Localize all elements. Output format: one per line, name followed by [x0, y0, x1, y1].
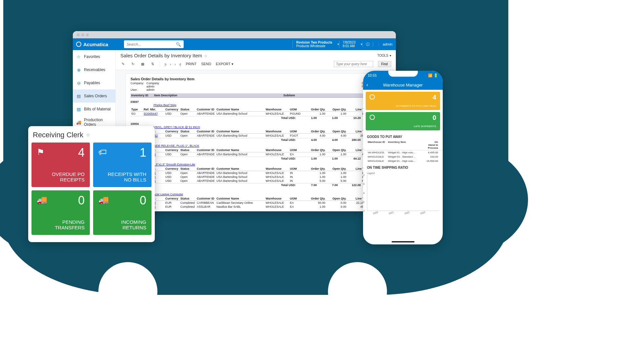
- grid-icon[interactable]: ▦: [140, 62, 145, 67]
- refresh-icon[interactable]: ↻: [130, 62, 135, 67]
- query-input[interactable]: [334, 61, 373, 67]
- window-dot[interactable]: [81, 33, 84, 36]
- tools-menu[interactable]: TOOLS ▾: [377, 54, 391, 57]
- filter-icon[interactable]: ⇅: [150, 62, 155, 67]
- next-page-icon[interactable]: ›: [174, 62, 176, 66]
- sidebar-item-payables[interactable]: ⊖Payables: [73, 76, 115, 89]
- clock: 10:55: [368, 73, 377, 77]
- report-row[interactable]: C005455USDOpenABARTENDEUSA Bartending Sc…: [131, 175, 381, 179]
- mobile-tile[interactable]: 0LATE SHIPMENTS: [366, 112, 440, 130]
- edit-icon[interactable]: ✎: [120, 62, 126, 67]
- home-indicator[interactable]: [392, 241, 415, 242]
- group-link[interactable]: SIDE RELEASE, PLUG 1", BLACK: [153, 144, 381, 147]
- truck-icon: 🚚: [76, 120, 81, 125]
- group-link[interactable]: Acer Laptop Computer: [153, 193, 381, 196]
- sidebar-item-sales-orders[interactable]: ▤Sales Orders: [73, 89, 115, 103]
- group-link[interactable]: VINYL, GREY / BLACK @ 51 INCH: [153, 125, 381, 129]
- table-row[interactable]: WHOLESALEWidget 01 - High volu...19,500.…: [363, 159, 443, 163]
- report-row[interactable]: SOSO005447USDOpenABARTENDEUSA Bartending…: [131, 112, 381, 116]
- chevron-down-icon: ▾: [390, 54, 391, 57]
- group-link[interactable]: 1.5"x1.5" Smooth Extrusion-Lite: [153, 163, 381, 166]
- report-row[interactable]: C005045EURCompletedASSLBARNautilus Bar S…: [131, 205, 381, 209]
- send-button[interactable]: SEND: [201, 62, 211, 66]
- first-page-icon[interactable]: |‹: [165, 62, 167, 66]
- main-content: Sales Order Details by Inventory Item☆ T…: [116, 50, 396, 211]
- col-header: OnHand toProcess: [423, 140, 439, 150]
- app-header: Acumatica 🔍 Revision Two Products Produc…: [73, 38, 396, 50]
- tile-label: SHIPMENTS TO PICK AND PACK: [396, 105, 436, 107]
- section-header: ON TIME SHIPPING RATIO: [363, 163, 443, 171]
- favorite-star-icon[interactable]: ☆: [204, 54, 208, 58]
- col-header: Inventory ID: [131, 93, 153, 97]
- brand[interactable]: Acumatica: [73, 42, 121, 47]
- report-row[interactable]: C005434USDOpenABARTENDEUSA Bartending Sc…: [131, 171, 381, 175]
- prev-page-icon[interactable]: ‹: [170, 62, 172, 66]
- tile-label: RECEIPTS WITHNO BILLS: [108, 171, 146, 183]
- tools-label: TOOLS: [377, 54, 388, 57]
- export-button[interactable]: EXPORT ▾: [216, 62, 234, 66]
- report-viewer: Sales Order Details by Inventory Item Co…: [116, 70, 396, 211]
- toolbar: ✎ ↻ ▦ ⇅ |‹ ‹ › ›| PRINT SEND EXPORT ▾: [116, 60, 396, 70]
- clock-icon: [370, 94, 375, 100]
- business-date[interactable]: 7/8/2023 8:01 AM: [339, 41, 359, 48]
- sidebar-item-bom[interactable]: ▧Bills of Material: [73, 103, 115, 116]
- window-dot[interactable]: [77, 33, 80, 36]
- value: Company: [147, 82, 162, 85]
- user-menu[interactable]: 👤 admin: [373, 42, 396, 47]
- widget-title: Receiving Clerk: [33, 131, 83, 139]
- favorite-star-icon[interactable]: ☆: [86, 132, 90, 138]
- plus-circle-icon: ⊕: [76, 67, 81, 72]
- print-button[interactable]: PRINT: [186, 62, 196, 66]
- chevron-down-icon[interactable]: ▾: [359, 43, 362, 46]
- sidebar-item-label: Receivables: [84, 67, 105, 72]
- report-row[interactable]: C005456USDOpenABARTENDEUSA Bartending Sc…: [131, 179, 381, 183]
- tile-count: 4: [78, 146, 85, 160]
- tenant-sub: Products Wholesale: [296, 44, 332, 48]
- tile-label: LATE SHIPMENTS: [414, 125, 436, 128]
- col-header: Inventory Item: [387, 140, 423, 150]
- group-link[interactable]: Phelps Beef Strip: [153, 104, 381, 107]
- table-row[interactable]: VA-WHOLESLWidget 01 - High volu...4,495.…: [363, 150, 443, 155]
- tenant-selector[interactable]: Revision Two Products Products Wholesale: [293, 41, 335, 48]
- time-line: 8:01 AM: [343, 44, 356, 48]
- tile-label: PENDINGTRANSFERS: [55, 219, 85, 231]
- tile-count: 0: [78, 194, 85, 207]
- sidebar-item-favorites[interactable]: ☆Favorites: [73, 50, 115, 63]
- sidebar-item-label: Favorites: [84, 54, 100, 59]
- col-header: Warehouse ID: [367, 140, 387, 150]
- clock-icon: [370, 115, 375, 120]
- dashboard-tile[interactable]: 🚚0PENDINGTRANSFERS: [31, 190, 90, 235]
- table-row[interactable]: WHOLESALEWidget 03 - Standard ...100.00: [363, 155, 443, 159]
- label: User:: [131, 88, 146, 91]
- search-box[interactable]: 🔍: [124, 40, 184, 48]
- report-row[interactable]: O005456USDOpenABARTENDEUSA Bartending Sc…: [131, 152, 381, 156]
- mobile-title: Warehouse Manager: [383, 83, 423, 87]
- tenant-name: Revision Two Products: [296, 41, 332, 44]
- dashboard-tile[interactable]: ⚑4OVERDUE PORECEIPTS: [31, 143, 90, 187]
- tile-icon: ⚑: [37, 147, 85, 157]
- dashboard-tile[interactable]: 🚚0INCOMINGRETURNS: [93, 190, 152, 235]
- tile-count: 0: [140, 194, 146, 207]
- search-icon[interactable]: 🔍: [176, 42, 181, 47]
- star-icon: ☆: [76, 54, 81, 59]
- mobile-header: ‹ Warehouse Manager: [363, 80, 443, 90]
- tile-label: INCOMINGRETURNS: [121, 219, 146, 231]
- user-label: admin: [383, 42, 393, 46]
- mobile-tile[interactable]: 4SHIPMENTS TO PICK AND PACK: [366, 92, 440, 110]
- back-icon[interactable]: ‹: [366, 82, 368, 88]
- dashboard-tile[interactable]: 🏷1RECEIPTS WITHNO BILLS: [93, 143, 152, 187]
- help-button[interactable]: ⓘ: [362, 42, 373, 47]
- section-header: GOODS TO PUT AWAY: [363, 132, 443, 140]
- chevron-down-icon[interactable]: ▾: [335, 43, 339, 46]
- bar-chart: 0.40.60.81.01.2: [367, 175, 439, 211]
- report-title: Sales Order Details by Inventory Item: [131, 77, 381, 81]
- sidebar-item-label: Payables: [84, 81, 100, 85]
- report-row[interactable]: SOSO005452USDOpenABARTENDEUSA Bartending…: [131, 134, 381, 138]
- window-dot[interactable]: [86, 33, 89, 36]
- find-button[interactable]: Find: [378, 61, 391, 67]
- tile-count: 0: [433, 114, 436, 122]
- last-page-icon[interactable]: ›|: [179, 62, 181, 66]
- search-input[interactable]: [127, 42, 176, 46]
- sidebar-item-receivables[interactable]: ⊕Receivables: [73, 63, 115, 76]
- report-row[interactable]: C007299EURCompletedCARIBBEANCaribbean Se…: [131, 201, 381, 205]
